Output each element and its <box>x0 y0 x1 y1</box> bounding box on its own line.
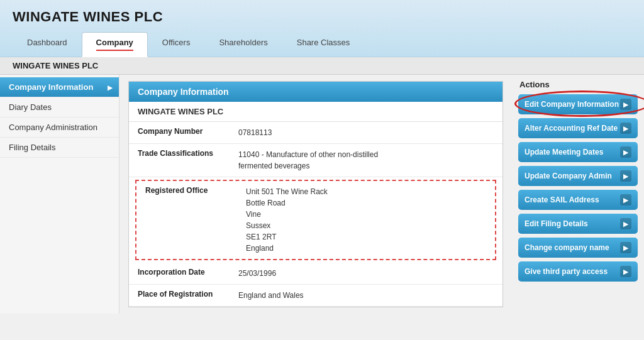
info-row-place-of-registration: Place of Registration England and Wales <box>129 285 502 307</box>
change-company-name-button[interactable]: Change company name ▶ <box>518 238 638 258</box>
tab-company[interactable]: Company <box>82 32 148 57</box>
content-area: Company Information Diary Dates Company … <box>0 75 644 314</box>
content-panel: Company Information WINGATE WINES PLC Co… <box>128 81 503 307</box>
create-sail-label: Create SAIL Address <box>525 195 599 204</box>
label-incorporation-date: Incorporation Date <box>138 268 238 277</box>
change-company-name-arrow-icon: ▶ <box>620 242 631 253</box>
update-company-admin-button[interactable]: Update Company Admin ▶ <box>518 166 638 186</box>
sidebar-item-filing-details[interactable]: Filing Details <box>0 138 119 158</box>
tab-dashboard[interactable]: Dashboard <box>13 32 82 57</box>
edit-filing-details-button[interactable]: Edit Filing Details ▶ <box>518 214 638 234</box>
sidebar-item-company-administration[interactable]: Company Administration <box>0 118 119 138</box>
label-registered-office: Registered Office <box>145 186 246 195</box>
value-place-of-registration: England and Wales <box>238 290 494 301</box>
update-meeting-arrow-icon: ▶ <box>620 146 631 158</box>
actions-panel: Actions Edit Company Information ▶ Alter… <box>512 75 644 314</box>
info-row-company-number: Company Number 07818113 <box>129 122 502 144</box>
create-sail-address-button[interactable]: Create SAIL Address ▶ <box>518 190 638 210</box>
main-content: Company Information WINGATE WINES PLC Co… <box>119 75 512 314</box>
edit-filing-label: Edit Filing Details <box>525 219 588 228</box>
panel-header: Company Information <box>129 82 502 102</box>
tab-share-classes[interactable]: Share Classes <box>282 32 365 57</box>
third-party-access-label: Give third party access <box>525 267 608 276</box>
change-company-name-label: Change company name <box>525 243 609 252</box>
edit-filing-arrow-icon: ▶ <box>620 218 631 229</box>
third-party-access-arrow-icon: ▶ <box>620 266 631 277</box>
value-company-number: 07818113 <box>238 127 494 138</box>
tab-officers[interactable]: Officers <box>148 32 205 57</box>
update-company-admin-arrow-icon: ▶ <box>620 170 631 182</box>
info-row-registered-office: Registered Office Unit 501 The Wine Rack… <box>136 181 495 259</box>
update-meeting-dates-button[interactable]: Update Meeting Dates ▶ <box>518 142 638 162</box>
info-row-incorporation-date: Incorporation Date 25/03/1996 <box>129 263 502 285</box>
edit-company-info-arrow-icon: ▶ <box>620 99 631 110</box>
third-party-access-button[interactable]: Give third party access ▶ <box>518 261 638 282</box>
value-trade-classifications: 11040 - Manufacture of other non-distill… <box>238 149 494 172</box>
actions-title: Actions <box>518 80 638 89</box>
tab-shareholders[interactable]: Shareholders <box>204 32 282 57</box>
alter-accounting-label: Alter Accounting Ref Date <box>525 124 618 133</box>
value-incorporation-date: 25/03/1996 <box>238 268 494 279</box>
app-title: WINGATE WINES PLC <box>13 9 631 25</box>
update-meeting-label: Update Meeting Dates <box>525 148 603 156</box>
alter-accounting-ref-date-button[interactable]: Alter Accounting Ref Date ▶ <box>518 118 638 138</box>
edit-company-information-button[interactable]: Edit Company Information ▶ <box>518 94 638 114</box>
update-company-admin-label: Update Company Admin <box>525 172 612 180</box>
edit-company-info-wrapper: Edit Company Information ▶ <box>518 94 638 118</box>
sidebar-item-diary-dates[interactable]: Diary Dates <box>0 97 119 118</box>
label-place-of-registration: Place of Registration <box>138 290 238 299</box>
label-company-number: Company Number <box>138 127 238 136</box>
label-trade-classifications: Trade Classifications <box>138 149 238 158</box>
info-row-trade-classifications: Trade Classifications 11040 - Manufactur… <box>129 144 502 177</box>
registered-office-section: Registered Office Unit 501 The Wine Rack… <box>135 180 496 260</box>
alter-accounting-arrow-icon: ▶ <box>620 123 631 134</box>
create-sail-arrow-icon: ▶ <box>620 194 631 206</box>
value-registered-office: Unit 501 The Wine Rack Bottle Road Vine … <box>246 186 486 254</box>
sidebar: Company Information Diary Dates Company … <box>0 75 119 314</box>
main-container: WINGATE WINES PLC Company Information Di… <box>0 57 644 314</box>
sidebar-item-company-information[interactable]: Company Information <box>0 77 119 97</box>
app-header: WINGATE WINES PLC Dashboard Company Offi… <box>0 0 644 57</box>
nav-tabs: Dashboard Company Officers Shareholders … <box>13 31 631 57</box>
company-name-row: WINGATE WINES PLC <box>129 102 502 122</box>
section-header: WINGATE WINES PLC <box>0 57 644 75</box>
edit-company-info-label: Edit Company Information <box>525 100 619 109</box>
